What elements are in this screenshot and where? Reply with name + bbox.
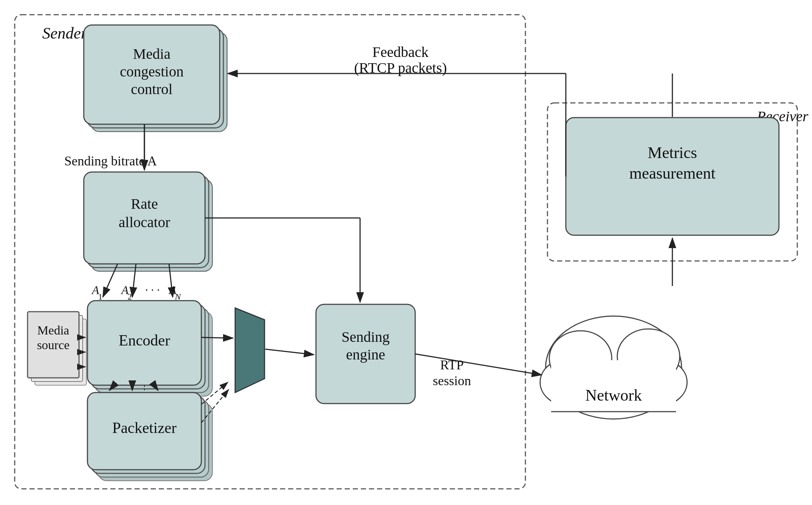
encoder-to-mux [201,337,233,338]
sender-label: Sender [42,24,87,42]
mux-to-sending-engine [265,349,314,355]
svg-text:engine: engine [346,346,385,363]
svg-text:2: 2 [127,292,132,301]
sending-engine-label: Sending [341,329,389,345]
sending-engine-to-network [415,354,542,375]
media-source-label: Media [37,323,69,337]
network-cloud: Network [540,316,687,419]
svg-text:allocator: allocator [119,214,170,230]
feedback-label: Feedback [372,44,428,60]
sending-bitrate-label: Sending bitrate A [64,154,157,168]
svg-text:· · ·: · · · [145,283,160,297]
svg-text:source: source [37,338,70,352]
packetizer-label: Packetizer [112,419,177,436]
svg-text:Network: Network [585,386,642,404]
mux-shape [235,308,265,393]
encoder-label: Encoder [119,332,170,349]
svg-text:N: N [175,292,182,301]
svg-text:measurement: measurement [629,164,716,182]
rtp-session-label: RTP [440,358,464,372]
metrics-measurement-label: Metrics [648,144,697,162]
diagram: Sender Receiver Media congestion control… [0,0,812,505]
svg-text:congestion: congestion [120,63,183,80]
svg-text:1: 1 [98,292,103,301]
svg-text:session: session [433,373,471,388]
rate-allocator-label: Rate [131,196,158,212]
svg-text:(RTCP packets): (RTCP packets) [354,60,447,76]
media-congestion-control-label: Media [133,46,170,62]
svg-text:control: control [131,81,172,97]
